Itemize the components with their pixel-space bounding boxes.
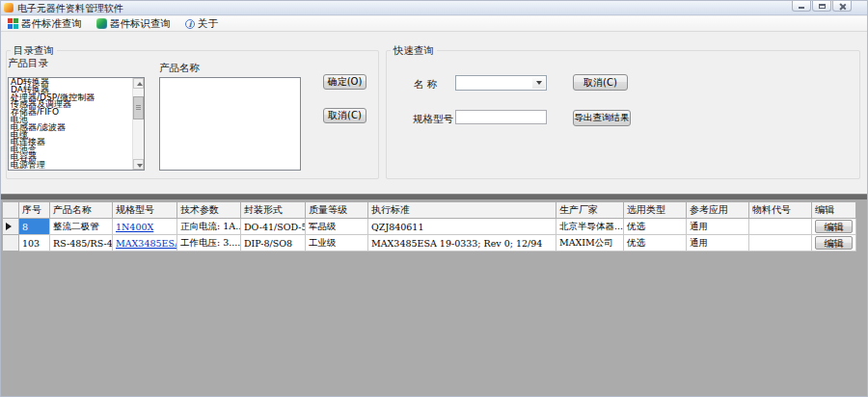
row-header-cell[interactable] (3, 202, 19, 219)
table-cell[interactable]: 北京半导体器... (556, 219, 624, 235)
table-top-edge (1, 195, 867, 199)
table-cell[interactable]: DIP-8/SO8 (241, 235, 306, 251)
table-header-row: 序号产品名称规格型号技术参数封装形式质量等级执行标准生产厂家选用类型参考应用物料… (3, 202, 856, 219)
current-row-arrow-icon (6, 223, 12, 230)
toolbar-item-about[interactable]: 关于 (181, 16, 222, 31)
chevron-down-icon[interactable] (532, 77, 545, 89)
toolbar-item-label: 关于 (198, 17, 218, 31)
catalog-list-item[interactable]: 存储器/FIFO (11, 109, 143, 117)
model-input[interactable] (455, 110, 547, 124)
product-catalog-listbox[interactable]: AD转换器DA转换器处理器/DSP/微控制器传感器及调理器存储器/FIFO电池电… (8, 77, 145, 171)
row-selector[interactable] (3, 219, 19, 235)
model-field-label: 规格型号 (413, 113, 453, 126)
main-panel: 目录查询 产品目录 AD转换器DA转换器处理器/DSP/微控制器传感器及调理器存… (1, 33, 867, 194)
table-cell[interactable] (749, 235, 812, 251)
badge-icon (96, 18, 107, 29)
table-cell[interactable]: 103 (19, 235, 50, 251)
table-cell[interactable]: QZJ840611 (368, 219, 556, 235)
product-catalog-label: 产品目录 (8, 57, 48, 70)
toolbar-item-label: 器件标准查询 (21, 17, 82, 31)
info-icon (185, 19, 195, 29)
table-row: 8整流二极管1N400X正向电流: 1A...DO-41/SOD-57...军品… (3, 219, 856, 235)
edit-button[interactable]: 编辑 (815, 236, 853, 250)
minimize-icon (799, 7, 804, 9)
column-header[interactable]: 技术参数 (177, 202, 241, 219)
catalog-list: AD转换器DA转换器处理器/DSP/微控制器传感器及调理器存储器/FIFO电池电… (11, 79, 143, 170)
window-controls (791, 1, 852, 12)
table-body: 8整流二极管1N400X正向电流: 1A...DO-41/SOD-57...军品… (3, 219, 856, 251)
column-header[interactable]: 选用类型 (624, 202, 687, 219)
table-cell[interactable]: DO-41/SOD-57... (241, 219, 306, 235)
maximize-icon (819, 4, 826, 9)
catalog-list-item[interactable]: 电感器/滤波器 (11, 124, 143, 132)
column-header[interactable]: 生产厂家 (556, 202, 624, 219)
edit-button[interactable]: 编辑 (815, 220, 853, 233)
table-cell[interactable]: 工业级 (306, 235, 368, 251)
app-window: 电子元器件资料管理软件 器件标准查询 器件标识查询 关于 目录查询 产品目录 A… (0, 0, 868, 397)
table-cell[interactable] (749, 219, 812, 235)
quick-cancel-button[interactable]: 取消(C) (573, 74, 628, 91)
results-table: 序号产品名称规格型号技术参数封装形式质量等级执行标准生产厂家选用类型参考应用物料… (2, 201, 856, 251)
column-header[interactable]: 执行标准 (368, 202, 556, 219)
table-cell[interactable]: RS-485/RS-42... (50, 235, 113, 251)
name-combobox[interactable] (455, 75, 547, 91)
column-header[interactable]: 序号 (19, 202, 50, 219)
table-cell[interactable]: 通用 (687, 219, 749, 235)
column-header[interactable]: 编辑 (812, 202, 856, 219)
toolbar-item-label: 器件标识查询 (110, 17, 171, 31)
table-cell[interactable]: 8 (19, 219, 50, 235)
scroll-down-button[interactable] (133, 159, 144, 170)
name-field-label: 名 称 (414, 78, 437, 92)
catalog-list-item[interactable]: 电源管理 (11, 162, 143, 170)
table-cell[interactable]: 通用 (687, 235, 749, 251)
table-cell[interactable]: 工作电压: 3.... (177, 235, 241, 251)
catalog-query-group: 目录查询 产品目录 AD转换器DA转换器处理器/DSP/微控制器传感器及调理器存… (6, 50, 379, 179)
table-cell[interactable]: 优选 (624, 235, 687, 251)
quick-group-label: 快速查询 (391, 44, 437, 58)
results-area: 序号产品名称规格型号技术参数封装形式质量等级执行标准生产厂家选用类型参考应用物料… (1, 194, 867, 396)
column-header[interactable]: 规格型号 (113, 202, 177, 219)
column-header[interactable]: 参考应用 (687, 202, 749, 219)
column-header[interactable]: 封装形式 (241, 202, 306, 219)
close-button[interactable] (832, 1, 852, 12)
catalog-group-label: 目录查询 (11, 44, 57, 58)
cancel-button[interactable]: 取消(C) (323, 108, 366, 123)
product-name-label: 产品名称 (159, 62, 200, 75)
window-title: 电子元器件资料管理软件 (17, 2, 123, 15)
column-header[interactable]: 质量等级 (306, 202, 368, 219)
table-cell[interactable]: 优选 (624, 219, 687, 235)
table-row: 103RS-485/RS-42...MAX3485ESA工作电压: 3....D… (3, 235, 856, 251)
export-results-button[interactable]: 导出查询结果 (573, 110, 631, 126)
toolbar-item-id-query[interactable]: 器件标识查询 (93, 16, 175, 31)
model-link[interactable]: 1N400X (116, 222, 153, 232)
table-cell[interactable]: MAX3485ESA 19-0333; Rev 0; 12/94 (368, 235, 556, 251)
table-cell: 编辑 (812, 235, 856, 251)
titlebar[interactable]: 电子元器件资料管理软件 (1, 1, 867, 15)
table-cell[interactable]: MAX3485ESA (113, 235, 177, 251)
table-cell[interactable]: 军品级 (306, 219, 368, 235)
column-header[interactable]: 产品名称 (50, 202, 113, 219)
maximize-button[interactable] (812, 1, 831, 12)
column-header[interactable]: 物料代号 (749, 202, 812, 219)
minimize-button[interactable] (792, 1, 811, 12)
ok-button[interactable]: 确定(O) (323, 74, 366, 90)
toolbar: 器件标准查询 器件标识查询 关于 (1, 16, 867, 32)
color-grid-icon (8, 18, 18, 29)
table-cell: 编辑 (812, 219, 856, 235)
model-link[interactable]: MAX3485ESA (116, 238, 177, 249)
table-cell[interactable]: 整流二极管 (50, 219, 113, 235)
catalog-scrollbar[interactable] (132, 78, 144, 170)
product-name-listbox[interactable] (159, 77, 301, 171)
app-icon (4, 3, 14, 13)
table-cell[interactable]: 1N400X (113, 219, 177, 235)
row-selector[interactable] (3, 235, 19, 251)
scrollbar-thumb[interactable] (133, 96, 144, 119)
table-cell[interactable]: 正向电流: 1A... (177, 219, 241, 235)
toolbar-item-standard-query[interactable]: 器件标准查询 (4, 16, 86, 31)
close-icon (839, 3, 846, 10)
scroll-up-button[interactable] (133, 78, 144, 89)
table-cell[interactable]: MAXIM公司 (556, 235, 624, 251)
quick-query-group: 快速查询 名 称 取消(C) 规格型号 导出查询结果 (386, 50, 860, 179)
